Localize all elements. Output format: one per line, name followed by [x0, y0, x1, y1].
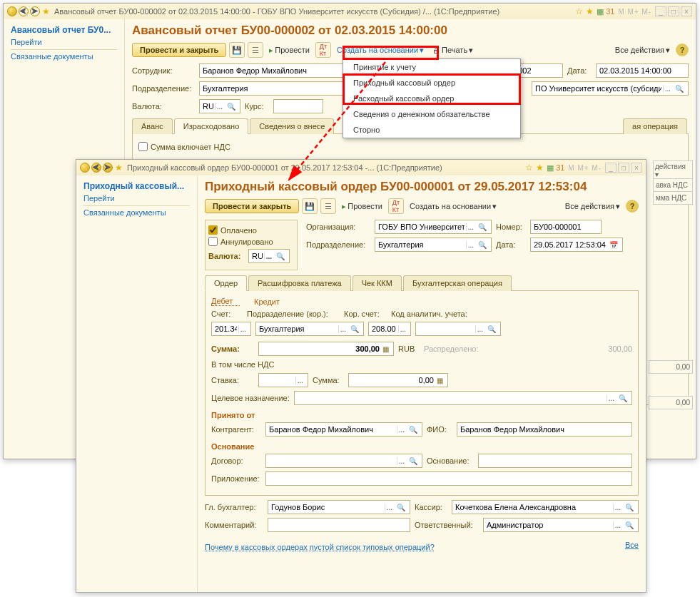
save-icon-2[interactable]: 💾	[302, 198, 318, 214]
doc-heading-2: Приходный кассовый ордер БУ00-000001 от …	[205, 180, 639, 194]
print-button[interactable]: 🖨 Печать ▾	[430, 44, 476, 56]
analytic-field[interactable]: ...🔍	[415, 322, 501, 336]
date-field-2[interactable]: 📅	[530, 238, 623, 252]
post-and-close-button[interactable]: Провести и закрыть	[132, 43, 226, 57]
responsible-field[interactable]: ...🔍	[483, 518, 639, 532]
currency-field-2[interactable]: ...🔍	[248, 249, 290, 263]
nav-fwd-icon-2[interactable]: ⮞	[103, 163, 113, 173]
dk-icon[interactable]: ДтКт	[315, 42, 331, 58]
rate-label: Курс:	[245, 102, 269, 111]
window-controls-1: _□×	[654, 6, 693, 16]
currency-field[interactable]: ...🔍	[199, 99, 240, 113]
tab-order[interactable]: Ордер	[205, 275, 247, 291]
basis-field[interactable]	[478, 454, 632, 468]
doc-icon-2[interactable]: ☰	[320, 198, 336, 214]
vat-included-checkbox[interactable]: Сумма включает НДС	[138, 142, 682, 151]
vat-rate-field[interactable]: ...	[258, 373, 308, 387]
paid-checkbox[interactable]: Оплачено	[208, 225, 294, 235]
employee-label: Сотрудник:	[132, 66, 195, 75]
post-button[interactable]: ▸Провести	[266, 44, 313, 56]
sidebar-2: Приходный кассовый... Перейти Связанные …	[76, 175, 198, 592]
favorite-icon-2[interactable]: ★	[115, 163, 123, 173]
help-link[interactable]: Почему в кассовых ордерах пустой список …	[205, 539, 435, 551]
red-arrow	[278, 58, 392, 187]
doc-icon[interactable]: ☰	[248, 42, 263, 58]
maximize-button-2[interactable]: □	[618, 163, 629, 173]
save-icon[interactable]: 💾	[229, 42, 245, 58]
dept-field-2[interactable]: ...🔍	[375, 238, 492, 252]
app-icon-2	[80, 163, 90, 173]
number-field-2[interactable]	[530, 220, 602, 234]
window-cash-order: ⮜ ⮞ ★ Приходный кассовый ордер БУ00-0000…	[76, 159, 646, 593]
cashier-field[interactable]: ...🔍	[452, 500, 639, 514]
nav-back-icon-2[interactable]: ⮜	[91, 163, 101, 173]
post-button-2[interactable]: ▸Провести	[339, 200, 385, 213]
target-field[interactable]: ...🔍	[294, 391, 632, 405]
annulled-checkbox[interactable]: Аннулировано	[208, 237, 294, 246]
bg-val-1: 0,00	[649, 360, 693, 374]
contract-field[interactable]: ...🔍	[265, 454, 422, 468]
toolbar-1: Провести и закрыть 💾 ☰ ▸Провести ДтКт Со…	[132, 42, 689, 58]
tab-payment-detail[interactable]: Расшифровка платежа	[248, 275, 351, 291]
minimize-button-2[interactable]: _	[605, 163, 617, 173]
memory-buttons-1[interactable]: M M+ M-	[615, 8, 654, 16]
app-icon	[7, 6, 17, 16]
basis-heading: Основание	[211, 442, 632, 451]
favorite-icon[interactable]: ★	[42, 6, 50, 16]
help-icon-2[interactable]: ?	[626, 200, 639, 213]
account-field[interactable]: ...	[211, 322, 251, 336]
doc-heading-1: Авансовый отчет БУ00-000002 от 02.03.201…	[132, 24, 689, 38]
dk-icon-2[interactable]: ДтКт	[388, 198, 404, 214]
all-actions-button-1[interactable]: Все действия ▾	[612, 44, 673, 56]
sidebar-linked-2[interactable]: Связанные документы	[83, 206, 190, 219]
all-actions-button-2[interactable]: Все действия ▾	[562, 200, 623, 213]
toolbar-2: Провести и закрыть 💾 ☰ ▸Провести ДтКт Со…	[205, 198, 639, 214]
sidebar-title-1: Авансовый отчет БУ0...	[11, 25, 117, 35]
dept-label: Подразделение:	[132, 84, 195, 93]
calendar-icon[interactable]: 📅	[608, 241, 619, 249]
window-title-1: Авансовый отчет БУ00-000002 от 02.03.201…	[51, 7, 574, 16]
dept-cor-field[interactable]: ...🔍	[255, 322, 364, 336]
star2-icon[interactable]: ☆	[575, 6, 583, 16]
vat-sum-field[interactable]: ▦	[348, 373, 448, 387]
tab-operation[interactable]: ая операция	[623, 118, 687, 134]
sidebar-goto-2[interactable]: Перейти	[83, 191, 190, 206]
nav-back-icon[interactable]: ⮜	[19, 6, 29, 16]
cor-account-field[interactable]: ...	[368, 322, 411, 336]
sum-field[interactable]: ▦	[258, 342, 394, 356]
maximize-button[interactable]: □	[668, 6, 679, 16]
calc-icon[interactable]: ▦	[381, 345, 390, 353]
tab-accounting-op[interactable]: Бухгалтерская операция	[403, 275, 512, 291]
attachment-field[interactable]	[265, 471, 632, 486]
bg-val-2: 0,00	[649, 396, 693, 409]
svg-line-0	[289, 62, 385, 180]
comment-field[interactable]	[268, 518, 410, 532]
close-button[interactable]: ×	[681, 6, 692, 16]
currency-label: Валюта:	[132, 102, 195, 111]
tab-advance[interactable]: Аванс	[132, 118, 173, 134]
minimize-button[interactable]: _	[655, 6, 666, 16]
tab-spent[interactable]: Израсходовано	[174, 118, 249, 134]
nav-fwd-icon[interactable]: ⮞	[30, 6, 40, 16]
help-icon-1[interactable]: ?	[676, 44, 689, 56]
tab-receipt[interactable]: Чек ККМ	[352, 275, 402, 291]
sidebar-linked-1[interactable]: Связанные документы	[11, 50, 117, 63]
sidebar-goto-1[interactable]: Перейти	[11, 35, 117, 50]
received-from-heading: Принято от	[211, 411, 632, 419]
org-field-2[interactable]: ...🔍	[375, 220, 492, 234]
date-field[interactable]	[596, 63, 689, 78]
contragent-field[interactable]: ...🔍	[265, 422, 422, 437]
create-based-button-2[interactable]: Создать на основании ▾	[407, 200, 499, 213]
accountant-field[interactable]: ...🔍	[268, 500, 410, 514]
create-based-button[interactable]: Создать на основании ▾	[334, 44, 427, 56]
bg-col-header-2: мма НДС	[653, 191, 693, 205]
all-link[interactable]: Все	[625, 541, 639, 549]
toolbar-icons-1: ▦31	[595, 7, 615, 16]
fio-field[interactable]	[457, 422, 632, 437]
memory-buttons-2[interactable]: M M+ M-	[565, 164, 604, 172]
org-field[interactable]: ...🔍	[532, 81, 689, 96]
star3-icon[interactable]: ★	[586, 6, 594, 16]
close-button-2[interactable]: ×	[631, 163, 642, 173]
post-and-close-button-2[interactable]: Провести и закрыть	[205, 199, 299, 213]
tabs-2: Ордер Расшифровка платежа Чек ККМ Бухгал…	[205, 275, 639, 291]
